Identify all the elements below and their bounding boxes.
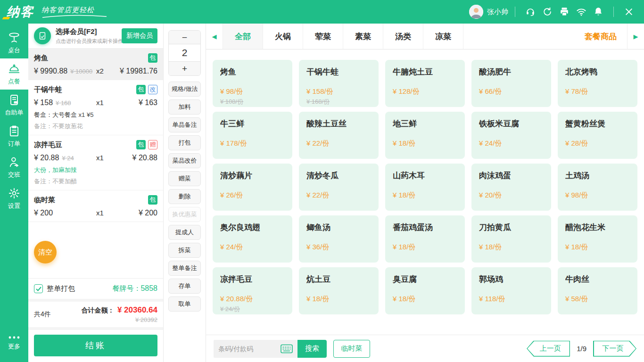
next-page-button[interactable]: 下一页 (593, 341, 636, 357)
gear-icon (8, 187, 20, 199)
item-actions-column: – 2 + 规格/做法 加料 单品备注 打包 菜品改价 赠菜 删除 换优惠菜 (164, 24, 206, 362)
member-card-icon (34, 27, 51, 44)
customer-service-icon[interactable] (522, 3, 539, 20)
user-name: 张小帅 (487, 8, 508, 16)
category-tab[interactable]: 汤类 (383, 24, 423, 49)
menu-item-price: ¥ 66/份 (479, 87, 502, 96)
clear-order-button[interactable]: 清空 (34, 241, 57, 263)
action-button[interactable]: 换优惠菜 (168, 207, 201, 222)
menu-item-card[interactable]: 土鸡汤 ¥ 98/份 (558, 164, 637, 211)
close-icon[interactable] (620, 3, 637, 20)
search-button[interactable]: 搜索 (297, 340, 327, 358)
menu-item-card[interactable]: 蟹黄粉丝煲 ¥ 28/份 (558, 112, 637, 159)
action-button[interactable]: 存单 (168, 279, 201, 294)
menu-item-name: 凉拌毛豆 (220, 274, 285, 285)
action-button[interactable]: 删除 (168, 189, 201, 204)
tabs-scroll-right-icon[interactable]: ▶ (627, 24, 644, 49)
menu-item-price: ¥ 18/份 (393, 295, 415, 304)
sidebar-item-ordering[interactable]: 点餐 (0, 58, 28, 90)
add-member-button[interactable]: 新增会员 (122, 28, 157, 43)
menu-item-price: ¥ 58/份 (565, 295, 588, 304)
keyboard-icon[interactable] (281, 344, 293, 354)
action-button[interactable]: 赠菜 (168, 171, 201, 186)
menu-item-card[interactable]: 奥尔良鸡翅 ¥ 24/份 (213, 215, 292, 263)
menu-item-card[interactable]: 地三鲜 ¥ 18/份 (385, 112, 465, 159)
menu-item-card[interactable]: 醋泡花生米 ¥ 18/份 (558, 215, 637, 263)
menu-item-card[interactable]: 清炒藕片 ¥ 26/份 (213, 164, 292, 211)
menu-item-card[interactable]: 炕土豆 ¥ 18/份 (299, 267, 379, 314)
action-button[interactable]: 单品备注 (168, 117, 201, 132)
menu-item-name: 土鸡汤 (565, 170, 630, 181)
tabs-scroll-left-icon[interactable]: ◀ (206, 24, 223, 49)
prev-page-button[interactable]: 上一页 (527, 341, 570, 357)
sidebar-item-settings[interactable]: 设置 (0, 183, 28, 214)
menu-item-card[interactable]: 番茄鸡蛋汤 ¥ 18/份 (385, 215, 465, 263)
sidebar-item-shift[interactable]: 交班 (0, 152, 28, 183)
action-button[interactable]: 打包 (168, 135, 201, 150)
qty-minus-button[interactable]: – (169, 31, 200, 44)
category-tab[interactable]: 荤菜 (303, 24, 343, 49)
sidebar-item-orders[interactable]: 订单 (0, 121, 28, 152)
action-button[interactable]: 菜品改价 (168, 153, 201, 168)
cloche-icon (8, 63, 20, 75)
menu-item-card[interactable]: 山药木耳 ¥ 18/份 (385, 164, 465, 211)
order-item-qty: x1 (96, 209, 117, 217)
sync-icon[interactable] (539, 3, 556, 20)
notification-bell-icon[interactable] (590, 3, 607, 20)
qty-plus-button[interactable]: + (169, 62, 200, 75)
menu-item-price: ¥ 158/份 (306, 87, 333, 96)
category-tab[interactable]: 全部 (223, 24, 263, 49)
category-tab[interactable]: 素菜 (343, 24, 383, 49)
order-item[interactable]: 凉拌毛豆 包 赠 ¥ 20.88 ¥ 24 x1 ¥ 20.88 (28, 135, 163, 190)
menu-item-card[interactable]: 牛三鲜 ¥ 178/份 (213, 112, 292, 159)
menu-item-card[interactable]: 凉拌毛豆 ¥ 20.88/份 ¥ 24/份 (213, 267, 292, 314)
sidebar-item-more[interactable]: 更多 (0, 327, 28, 358)
member-select-area[interactable]: 选择会员[F2] 点击进行会员搜索或刷卡操作 新增会员 (28, 24, 163, 49)
menu-item-card[interactable]: 鲫鱼汤 ¥ 36/份 (299, 215, 379, 263)
sidebar-item-self-order[interactable]: 自助单 (0, 90, 28, 121)
menu-item-card[interactable]: 牛腩炖土豆 ¥ 128/份 (385, 60, 465, 107)
menu-item-card[interactable]: 干锅牛蛙 ¥ 158/份 ¥ 168/份 (299, 60, 379, 107)
menu-item-price: ¥ 20.88/份 (220, 295, 253, 304)
action-button[interactable]: 整单备注 (168, 261, 201, 276)
menu-item-card[interactable]: 刀拍黄瓜 ¥ 18/份 (471, 215, 551, 263)
order-item[interactable]: 干锅牛蛙 包 改 ¥ 158 ¥ 168 x1 ¥ 163 餐盒：大号餐盒 x1 (28, 80, 163, 135)
checkout-button[interactable]: 结账 (34, 335, 157, 356)
menu-item-name: 刀拍黄瓜 (479, 222, 544, 233)
menu-item-card[interactable]: 郭场鸡 ¥ 118/份 (471, 267, 551, 314)
wifi-icon[interactable] (573, 3, 590, 20)
menu-item-card[interactable]: 烤鱼 ¥ 98/份 ¥ 108/份 (213, 60, 292, 107)
menu-item-card[interactable]: 臭豆腐 ¥ 18/份 (385, 267, 465, 314)
menu-item-card[interactable]: 酸汤肥牛 ¥ 66/份 (471, 60, 551, 107)
menu-item-card[interactable]: 铁板米豆腐 ¥ 24/份 (471, 112, 551, 159)
action-button[interactable]: 规格/做法 (168, 82, 201, 97)
package-products-tab[interactable]: 套餐商品 (574, 24, 627, 49)
category-tab[interactable]: 凉菜 (423, 24, 463, 49)
menu-item-card[interactable]: 酸辣土豆丝 ¥ 22/份 (299, 112, 379, 159)
order-empty-space: 清空 (28, 222, 163, 278)
order-item[interactable]: 临时菜 包 ¥ 200 x1 ¥ 200 (28, 190, 163, 222)
action-button[interactable]: 取单 (168, 296, 201, 312)
menu-item-card[interactable]: 肉沫鸡蛋 ¥ 20/份 (471, 164, 551, 211)
menu-item-card[interactable]: 清炒冬瓜 ¥ 22/份 (299, 164, 379, 211)
menu-item-original-price: ¥ 24/份 (220, 305, 240, 313)
action-button[interactable]: 拆菜 (168, 243, 201, 258)
printer-icon[interactable] (556, 3, 573, 20)
action-button[interactable]: 提成人 (168, 225, 201, 240)
order-item-qty: x1 (96, 99, 117, 107)
menu-item-card[interactable]: 北京烤鸭 ¥ 78/份 (558, 60, 637, 107)
order-item[interactable]: 烤鱼 包 ¥ 9990.88 ¥ 10000 x2 ¥ 19981.76 (28, 49, 163, 80)
barcode-input[interactable] (218, 345, 274, 353)
sidebar-item-tables[interactable]: 桌台 (0, 27, 28, 58)
action-button[interactable]: 加料 (168, 99, 201, 115)
pack-all-checkbox[interactable] (34, 284, 43, 293)
modified-badge: 改 (148, 85, 157, 94)
user-account[interactable]: 张小帅 (469, 5, 508, 19)
menu-item-price: ¥ 18/份 (565, 243, 588, 252)
menu-item-card[interactable]: 牛肉丝 ¥ 58/份 (558, 267, 637, 314)
sidebar-item-label: 设置 (8, 202, 20, 210)
table-card-number[interactable]: 餐牌号：5858 (112, 284, 157, 293)
temp-dish-button[interactable]: 临时菜 (333, 340, 370, 358)
category-tab[interactable]: 火锅 (263, 24, 303, 49)
menu-item-price: ¥ 78/份 (565, 87, 588, 96)
